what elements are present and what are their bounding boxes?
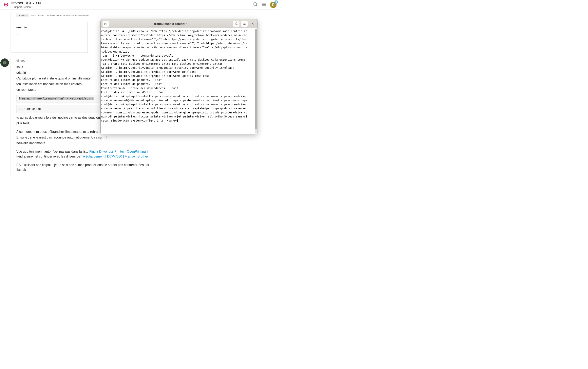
terminal-menu-button[interactable] — [241, 21, 248, 27]
svg-line-3 — [256, 5, 257, 6]
category-marker — [11, 5, 11, 8]
svg-line-13 — [237, 24, 237, 25]
svg-point-12 — [235, 23, 237, 24]
terminal-close-button[interactable]: ✕ — [249, 21, 256, 27]
terminal-body[interactable]: root@debian:~# ^[[200~echo -e "deb https… — [101, 28, 257, 134]
watch-button[interactable]: urveiller ▾ — [16, 14, 29, 17]
brother-link[interactable]: Téléchargement | DCP-7030 | France | Bro… — [81, 155, 148, 158]
header-right: R 3 — [253, 2, 276, 8]
openprinting-link[interactable]: Find a Driverless Printer - OpenPrinting — [89, 150, 146, 153]
page-header: Brother DCP7030 Support Debian R 3 — [0, 0, 280, 10]
chevron-down-icon: ▾ — [27, 14, 28, 17]
category-row[interactable]: Support Debian — [11, 5, 41, 9]
terminal-scroll-thumb[interactable] — [255, 29, 257, 129]
author-avatar[interactable] — [0, 58, 9, 67]
notification-badge: 3 — [274, 0, 278, 4]
category-label: Support Debian — [12, 5, 31, 9]
new-tab-button[interactable] — [102, 21, 109, 27]
page-title[interactable]: Brother DCP7030 — [11, 1, 41, 5]
terminal-title: fredbuisson@debian: ~ — [110, 22, 232, 25]
terminal-titlebar[interactable]: fredbuisson@debian: ~ ✕ — [101, 20, 257, 28]
debian-logo[interactable] — [3, 2, 9, 8]
user-avatar[interactable]: R 3 — [270, 2, 276, 8]
terminal-search-button[interactable] — [233, 21, 240, 27]
watch-note: Vous recevrez des notifications car vous… — [31, 14, 90, 17]
svg-point-1 — [6, 4, 7, 5]
terminal-window: fredbuisson@debian: ~ ✕ root@debian:~# ^… — [101, 19, 258, 134]
svg-point-2 — [254, 3, 256, 5]
search-icon[interactable] — [253, 2, 258, 8]
terminal-cursor — [177, 119, 178, 122]
cups-link[interactable]: htt — [104, 136, 107, 139]
title-block: Brother DCP7030 Support Debian — [11, 1, 41, 9]
hamburger-icon[interactable] — [262, 2, 266, 8]
